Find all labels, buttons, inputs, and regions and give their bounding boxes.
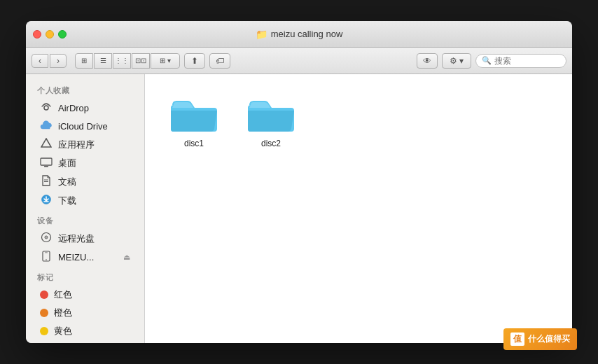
apps-icon (40, 138, 53, 151)
remote-disc-icon (40, 232, 53, 245)
sidebar-item-icloud[interactable]: iCloud Drive (29, 118, 141, 135)
airdrop-icon (40, 102, 53, 115)
svg-point-13 (46, 259, 47, 260)
content-area: disc1 disc2 (145, 74, 572, 343)
arrange-button[interactable]: ⊞ ▾ (151, 53, 180, 69)
watermark-text: 什么值得买 (528, 333, 570, 345)
watermark-icon: 值 (510, 332, 524, 346)
sidebar-item-apps[interactable]: 应用程序 (29, 135, 141, 154)
sidebar-item-documents[interactable]: 文稿 (29, 172, 141, 191)
meizu-icon (40, 251, 53, 264)
sidebar-item-tag-yellow[interactable]: 黄色 (29, 322, 141, 340)
yellow-tag-dot (40, 327, 48, 335)
red-tag-label: 红色 (54, 288, 72, 301)
sidebar-item-desktop[interactable]: 桌面 (29, 154, 141, 172)
search-input[interactable] (494, 56, 560, 66)
apps-label: 应用程序 (58, 139, 95, 151)
search-icon: 🔍 (482, 56, 492, 65)
main-body: 个人收藏 AirDrop iCloud Drive (26, 74, 572, 343)
airdrop-label: AirDrop (58, 103, 89, 113)
eject-icon[interactable]: ⏏ (123, 253, 130, 262)
desktop-label: 桌面 (58, 157, 76, 169)
share-button[interactable]: ⬆ (184, 53, 205, 69)
icloud-icon (40, 120, 53, 132)
downloads-icon (40, 194, 53, 207)
nav-buttons: ‹ › (32, 54, 67, 68)
sidebar-item-airdrop[interactable]: AirDrop (29, 99, 141, 118)
sidebar: 个人收藏 AirDrop iCloud Drive (26, 74, 145, 343)
column-view-button[interactable]: ⋮⋮ (113, 53, 131, 69)
svg-rect-2 (41, 158, 52, 165)
disc2-folder-icon (246, 95, 295, 134)
view-button-group: ⊞ ☰ ⋮⋮ ⊡⊡ ⊞ ▾ (75, 53, 180, 69)
svg-marker-1 (41, 139, 51, 147)
disc1-label: disc1 (184, 139, 204, 148)
disc1-folder-icon (169, 95, 218, 134)
documents-icon (40, 175, 53, 188)
search-box[interactable]: 🔍 (475, 54, 566, 68)
finder-window: 📁 meizu calling now ‹ › ⊞ ☰ ⋮⋮ ⊡⊡ ⊞ ▾ ⬆ … (26, 21, 572, 343)
traffic-lights (33, 30, 67, 38)
folder-disc2[interactable]: disc2 (243, 95, 299, 148)
svg-point-0 (44, 106, 48, 110)
orange-tag-label: 橙色 (54, 307, 72, 319)
minimize-button[interactable] (46, 30, 54, 38)
folder-disc1[interactable]: disc1 (166, 95, 222, 148)
tags-section-label: 标记 (26, 267, 144, 286)
desktop-icon (40, 158, 53, 169)
orange-tag-dot (40, 309, 48, 317)
sidebar-item-remote-disc[interactable]: 远程光盘 (29, 229, 141, 248)
cover-flow-button[interactable]: ⊡⊡ (132, 53, 150, 69)
devices-section-label: 设备 (26, 210, 144, 229)
action-button[interactable]: ⚙ ▾ (442, 53, 471, 69)
window-title: 📁 meizu calling now (256, 29, 343, 40)
watermark: 值 什么值得买 (503, 328, 577, 350)
preview-button[interactable]: 👁 (417, 53, 438, 69)
titlebar: 📁 meizu calling now (26, 21, 572, 48)
remote-disc-label: 远程光盘 (58, 232, 95, 245)
yellow-tag-label: 黄色 (54, 325, 72, 337)
svg-rect-3 (44, 166, 48, 167)
red-tag-dot (40, 290, 48, 299)
close-button[interactable] (33, 30, 41, 38)
disc2-label: disc2 (261, 139, 281, 148)
sidebar-item-tag-red[interactable]: 红色 (29, 286, 141, 304)
meizu-label: MEIZU... (58, 252, 94, 262)
folder-grid: disc1 disc2 (159, 88, 558, 155)
forward-button[interactable]: › (50, 54, 67, 68)
svg-point-10 (46, 237, 47, 238)
maximize-button[interactable] (58, 30, 67, 38)
list-view-button[interactable]: ☰ (94, 53, 112, 69)
sidebar-item-tag-orange[interactable]: 橙色 (29, 304, 141, 322)
icon-view-button[interactable]: ⊞ (75, 53, 93, 69)
svg-rect-12 (45, 253, 48, 253)
icloud-label: iCloud Drive (58, 121, 108, 132)
toolbar: ‹ › ⊞ ☰ ⋮⋮ ⊡⊡ ⊞ ▾ ⬆ 🏷 👁 ⚙ ▾ 🔍 (26, 48, 572, 74)
sidebar-item-downloads[interactable]: 下载 (29, 191, 141, 210)
documents-label: 文稿 (58, 176, 76, 188)
favorites-section-label: 个人收藏 (26, 80, 144, 99)
downloads-label: 下载 (58, 195, 76, 207)
sidebar-item-tag-green[interactable]: 绿色 (29, 340, 141, 343)
tag-button[interactable]: 🏷 (209, 53, 230, 69)
title-text: meizu calling now (271, 29, 343, 39)
folder-title-icon: 📁 (256, 29, 267, 40)
sidebar-item-meizu[interactable]: MEIZU... ⏏ (29, 248, 141, 267)
back-button[interactable]: ‹ (32, 54, 48, 68)
